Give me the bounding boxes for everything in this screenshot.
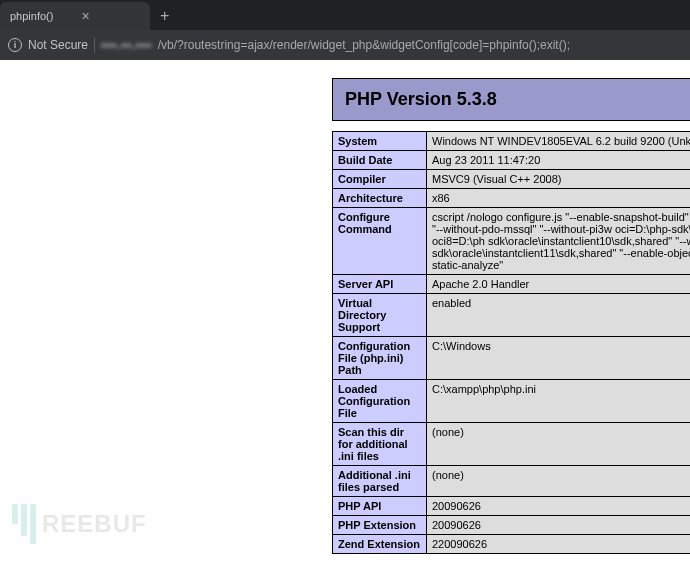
bar-icon: [12, 504, 18, 524]
row-value: C:\Windows: [427, 337, 691, 380]
table-row: PHP Extension20090626: [333, 516, 691, 535]
table-row: Server APIApache 2.0 Handler: [333, 275, 691, 294]
tab-bar: phpinfo() × +: [0, 0, 690, 30]
row-value: enabled: [427, 294, 691, 337]
row-key: Zend Extension: [333, 535, 427, 554]
browser-tab[interactable]: phpinfo() ×: [0, 2, 150, 30]
row-value: (none): [427, 423, 691, 466]
table-row: Build DateAug 23 2011 11:47:20: [333, 151, 691, 170]
new-tab-button[interactable]: +: [150, 2, 179, 30]
row-value: (none): [427, 466, 691, 497]
url-path: /vb/?routestring=ajax/render/widget_php&…: [158, 38, 570, 52]
table-row: Scan this dir for additional .ini files(…: [333, 423, 691, 466]
row-key: Build Date: [333, 151, 427, 170]
row-value: cscript /nologo configure.js "--enable-s…: [427, 208, 691, 275]
watermark-text: REEBUF: [42, 510, 147, 538]
row-value: Aug 23 2011 11:47:20: [427, 151, 691, 170]
table-row: PHP API20090626: [333, 497, 691, 516]
address-bar[interactable]: i Not Secure ▪▪▪.▪▪.▪▪▪ /vb/?routestring…: [0, 30, 690, 60]
browser-chrome: phpinfo() × + i Not Secure ▪▪▪.▪▪.▪▪▪ /v…: [0, 0, 690, 60]
divider: [94, 37, 95, 53]
row-key: Virtual Directory Support: [333, 294, 427, 337]
row-value: C:\xampp\php\php.ini: [427, 380, 691, 423]
table-row: SystemWindows NT WINDEV1805EVAL 6.2 buil…: [333, 132, 691, 151]
table-row: Additional .ini files parsed(none): [333, 466, 691, 497]
row-value: Windows NT WINDEV1805EVAL 6.2 build 9200…: [427, 132, 691, 151]
row-key: System: [333, 132, 427, 151]
row-key: Configure Command: [333, 208, 427, 275]
bar-icon: [21, 504, 27, 536]
phpinfo-table: SystemWindows NT WINDEV1805EVAL 6.2 buil…: [332, 131, 690, 554]
row-key: PHP Extension: [333, 516, 427, 535]
watermark: REEBUF: [12, 504, 147, 544]
table-row: Architecturex86: [333, 189, 691, 208]
row-key: Configuration File (php.ini) Path: [333, 337, 427, 380]
table-row: Configuration File (php.ini) PathC:\Wind…: [333, 337, 691, 380]
row-key: Additional .ini files parsed: [333, 466, 427, 497]
row-key: Server API: [333, 275, 427, 294]
row-value: 220090626: [427, 535, 691, 554]
url-host: ▪▪▪.▪▪.▪▪▪: [101, 38, 152, 52]
phpinfo-container: PHP Version 5.3.8 SystemWindows NT WINDE…: [332, 78, 690, 554]
watermark-bars: [12, 504, 36, 544]
page-content: PHP Version 5.3.8 SystemWindows NT WINDE…: [0, 60, 690, 562]
row-key: Loaded Configuration File: [333, 380, 427, 423]
row-key: PHP API: [333, 497, 427, 516]
row-key: Scan this dir for additional .ini files: [333, 423, 427, 466]
row-value: MSVC9 (Visual C++ 2008): [427, 170, 691, 189]
tab-title: phpinfo(): [10, 10, 53, 22]
close-icon[interactable]: ×: [81, 8, 89, 24]
table-row: CompilerMSVC9 (Visual C++ 2008): [333, 170, 691, 189]
row-key: Architecture: [333, 189, 427, 208]
page-title: PHP Version 5.3.8: [345, 89, 690, 110]
row-key: Compiler: [333, 170, 427, 189]
row-value: Apache 2.0 Handler: [427, 275, 691, 294]
table-row: Virtual Directory Supportenabled: [333, 294, 691, 337]
table-row: Loaded Configuration FileC:\xampp\php\ph…: [333, 380, 691, 423]
row-value: x86: [427, 189, 691, 208]
table-row: Zend Extension220090626: [333, 535, 691, 554]
bar-icon: [30, 504, 36, 544]
row-value: 20090626: [427, 516, 691, 535]
security-label: Not Secure: [28, 38, 88, 52]
table-row: Configure Commandcscript /nologo configu…: [333, 208, 691, 275]
phpinfo-header: PHP Version 5.3.8: [332, 78, 690, 121]
info-icon[interactable]: i: [8, 38, 22, 52]
row-value: 20090626: [427, 497, 691, 516]
